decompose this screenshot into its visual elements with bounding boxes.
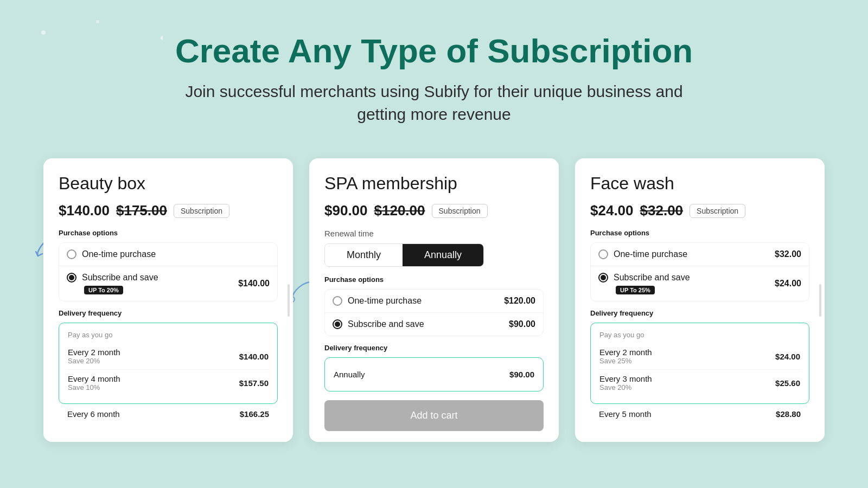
delivery-label-3m-face: Every 3 month (599, 374, 652, 383)
save-badge-beauty: UP To 20% (84, 286, 123, 294)
delivery-price-2m-face: $24.00 (775, 352, 800, 361)
delivery-label-4m: Every 4 month (68, 374, 120, 383)
option-price-one-time-face: $32.00 (775, 249, 801, 259)
delivery-row-4m[interactable]: Every 4 month Save 10% $157.50 (68, 370, 269, 396)
options-spa: One-time purchase $120.00 Subscribe and … (324, 289, 544, 336)
scrollbar-face[interactable] (819, 284, 821, 317)
delivery-box-spa: Annually $90.00 (324, 357, 544, 391)
delivery-sub-4m: Save 10% (68, 383, 120, 391)
toggle-monthly[interactable]: Monthly (325, 244, 403, 266)
renewal-section: Renewal time Monthly Annually (324, 229, 544, 267)
delivery-sub-2m: Save 20% (68, 357, 120, 365)
radio-subscribe-spa[interactable] (333, 319, 342, 329)
price-current-face: $24.00 (590, 202, 634, 219)
option-subscribe-spa[interactable]: Subscribe and save $90.00 (325, 313, 543, 336)
delivery-label-face: Delivery frequency (590, 309, 809, 317)
delivery-label-6m: Every 6 month (67, 409, 120, 419)
card-title-beauty: Beauty box (59, 174, 278, 194)
beauty-box-card: Beauty box $140.00 $175.00 Subscription … (43, 158, 293, 442)
option-subscribe-beauty[interactable]: Subscribe and save UP To 20% $140.00 (59, 266, 277, 301)
renewal-label: Renewal time (324, 229, 544, 238)
option-price-subscribe-beauty: $140.00 (238, 279, 270, 288)
card-title-face: Face wash (590, 174, 809, 194)
subscription-badge-beauty: Subscription (174, 204, 229, 218)
header: Create Any Type of Subscription Join suc… (0, 0, 868, 147)
price-original-face: $32.00 (640, 202, 684, 219)
radio-subscribe-face[interactable] (598, 273, 608, 282)
purchase-options-label-spa: Purchase options (324, 275, 544, 284)
delivery-sub-3m-face: Save 20% (599, 383, 652, 391)
delivery-price-5m-face: $28.80 (776, 409, 801, 419)
option-one-time-beauty[interactable]: One-time purchase (59, 243, 277, 266)
price-current-spa: $90.00 (324, 202, 368, 219)
price-current-beauty: $140.00 (59, 202, 110, 219)
card-title-spa: SPA membership (324, 174, 544, 194)
delivery-price-annually: $90.00 (509, 370, 534, 379)
delivery-row-2m[interactable]: Every 2 month Save 20% $140.00 (68, 343, 269, 370)
price-row-spa: $90.00 $120.00 Subscription (324, 202, 544, 219)
price-original-beauty: $175.00 (116, 202, 167, 219)
spa-card: SPA membership $90.00 $120.00 Subscripti… (309, 158, 559, 442)
price-row-beauty: $140.00 $175.00 Subscription (59, 202, 278, 219)
option-one-time-spa[interactable]: One-time purchase $120.00 (325, 290, 543, 313)
delivery-label-2m-face: Every 2 month (599, 348, 652, 357)
option-label-one-time-beauty: One-time purchase (82, 249, 156, 259)
option-one-time-face[interactable]: One-time purchase $32.00 (591, 243, 809, 266)
subtitle: Join successful merchants using Subify f… (11, 80, 857, 126)
delivery-box-face: Pay as you go Every 2 month Save 25% $24… (590, 323, 809, 404)
renewal-toggle[interactable]: Monthly Annually (324, 243, 484, 267)
delivery-price-3m-face: $25.60 (775, 378, 800, 388)
delivery-label-5m-face: Every 5 month (599, 409, 652, 419)
delivery-price-4m: $157.50 (239, 378, 269, 388)
delivery-row-2m-face[interactable]: Every 2 month Save 25% $24.00 (599, 343, 800, 370)
delivery-price-2m: $140.00 (239, 352, 269, 361)
subscription-badge-spa: Subscription (432, 204, 488, 218)
cards-container: Beauty box $140.00 $175.00 Subscription … (0, 147, 868, 453)
delivery-price-6m: $166.25 (240, 409, 269, 419)
price-row-face: $24.00 $32.00 Subscription (590, 202, 809, 219)
option-label-subscribe-spa: Subscribe and save (348, 319, 424, 329)
add-to-cart-button[interactable]: Add to cart (324, 400, 544, 431)
option-subscribe-face[interactable]: Subscribe and save UP To 25% $24.00 (591, 266, 809, 301)
purchase-options-label-beauty: Purchase options (59, 229, 278, 237)
delivery-row-3m-face[interactable]: Every 3 month Save 20% $25.60 (599, 370, 800, 396)
delivery-row-annually[interactable]: Annually $90.00 (334, 365, 534, 383)
option-label-one-time-spa: One-time purchase (348, 296, 422, 306)
option-price-subscribe-spa: $90.00 (509, 319, 535, 329)
purchase-options-label-face: Purchase options (590, 229, 809, 237)
radio-one-time-beauty[interactable] (67, 249, 76, 259)
delivery-sub-label-beauty: Pay as you go (68, 331, 269, 339)
card-fade-face (575, 420, 825, 442)
price-original-spa: $120.00 (374, 202, 425, 219)
delivery-sub-2m-face: Save 25% (599, 357, 652, 365)
radio-one-time-face[interactable] (598, 249, 608, 259)
face-wash-card: Face wash $24.00 $32.00 Subscription Pur… (575, 158, 825, 442)
save-badge-face: UP To 25% (616, 286, 655, 294)
options-face: One-time purchase $32.00 Subscribe and s… (590, 242, 809, 301)
delivery-label-beauty: Delivery frequency (59, 309, 278, 317)
delivery-box-beauty: Pay as you go Every 2 month Save 20% $14… (59, 323, 278, 404)
option-price-one-time-spa: $120.00 (504, 296, 535, 306)
options-beauty: One-time purchase Subscribe and save UP … (59, 242, 278, 301)
card-fade-beauty (43, 420, 293, 442)
toggle-annually[interactable]: Annually (403, 244, 483, 266)
option-label-one-time-face: One-time purchase (614, 249, 687, 259)
option-label-subscribe-beauty: Subscribe and save (82, 273, 158, 282)
option-label-subscribe-face: Subscribe and save (614, 273, 690, 282)
delivery-label-annually: Annually (334, 370, 365, 379)
option-price-subscribe-face: $24.00 (775, 279, 801, 288)
radio-subscribe-beauty[interactable] (67, 273, 76, 282)
delivery-label-spa: Delivery frequency (324, 344, 544, 352)
radio-one-time-spa[interactable] (333, 296, 342, 306)
subscription-badge-face: Subscription (690, 204, 745, 218)
delivery-sub-label-face: Pay as you go (599, 331, 800, 339)
scrollbar-beauty[interactable] (288, 284, 290, 317)
delivery-label-2m: Every 2 month (68, 348, 120, 357)
page-title: Create Any Type of Subscription (11, 33, 857, 69)
